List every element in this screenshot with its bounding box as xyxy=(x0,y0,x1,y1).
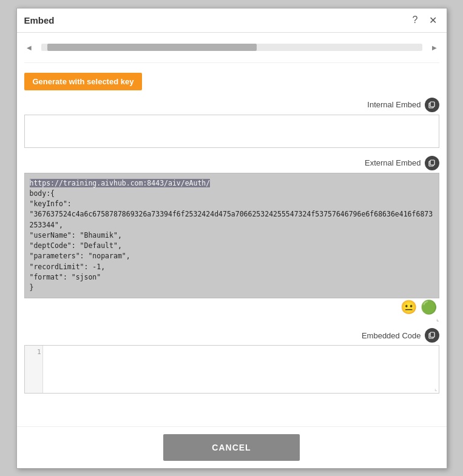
copy-icon-embedded xyxy=(428,332,436,339)
embedded-code-copy-button[interactable] xyxy=(425,328,439,343)
resize-handle[interactable]: ⌞ xyxy=(434,385,438,392)
top-scroll-area: ◀ ▶ xyxy=(24,33,439,63)
external-embed-code-block[interactable]: https://training.aivhub.com:8443/aiv/eAu… xyxy=(24,173,439,299)
external-embed-label: External Embed xyxy=(365,158,421,167)
external-embed-section: External Embed https://training.aivhub.c… xyxy=(24,156,439,323)
scroll-left-arrow[interactable]: ◀ xyxy=(27,44,32,51)
code-line-9: "format": "sjson" xyxy=(30,272,434,283)
embedded-code-label: Embedded Code xyxy=(362,331,421,340)
code-line-8: "recordLimit": -1, xyxy=(30,262,434,272)
green-circle-emoji[interactable]: 🟢 xyxy=(421,300,437,315)
external-embed-copy-button[interactable] xyxy=(425,156,439,170)
emoji-row: 😐 🟢 xyxy=(24,298,439,315)
code-line-5: "userName": "Bhaumik", xyxy=(30,230,434,241)
embed-dialog: Embed ? ✕ ◀ ▶ Generate with selected key… xyxy=(16,8,447,469)
embedded-code-header: Embedded Code xyxy=(24,328,439,343)
close-button[interactable]: ✕ xyxy=(427,13,439,27)
code-line-7: "parameters": "noparam", xyxy=(30,251,434,261)
code-line-10: } xyxy=(30,283,434,293)
code-line-6: "deptCode": "Default", xyxy=(30,241,434,251)
scroll-right-arrow[interactable]: ▶ xyxy=(432,44,437,51)
neutral-emoji[interactable]: 😐 xyxy=(400,300,417,315)
dialog-body: ◀ ▶ Generate with selected key Internal … xyxy=(17,33,447,426)
generate-with-selected-key-button[interactable]: Generate with selected key xyxy=(24,73,143,90)
internal-embed-label: Internal Embed xyxy=(367,100,421,109)
embedded-code-content xyxy=(43,346,439,393)
external-resize-handle: ⌞ xyxy=(24,315,439,322)
internal-embed-copy-button[interactable] xyxy=(425,98,439,112)
internal-embed-textarea[interactable] xyxy=(24,115,439,148)
line-numbers: 1 xyxy=(25,346,43,393)
internal-embed-section: Internal Embed xyxy=(24,98,439,150)
help-button[interactable]: ? xyxy=(410,13,421,27)
code-line-2: body:{ xyxy=(30,189,434,199)
code-line-4: "367637524c4a6c6758787869326a73394f6f253… xyxy=(30,209,434,230)
svg-rect-3 xyxy=(430,160,434,165)
internal-embed-header: Internal Embed xyxy=(24,98,439,112)
horizontal-scrollbar-thumb xyxy=(47,44,257,51)
code-line-1: https://training.aivhub.com:8443/aiv/eAu… xyxy=(30,178,434,189)
dialog-footer: CANCEL xyxy=(17,426,447,468)
svg-rect-1 xyxy=(430,102,434,107)
dialog-titlebar: Embed ? ✕ xyxy=(17,8,447,33)
scrollable-content: ◀ ▶ Generate with selected key Internal … xyxy=(17,33,447,407)
embedded-code-section: Embedded Code 1 ⌞ xyxy=(24,328,439,394)
dialog-title: Embed xyxy=(24,15,55,25)
copy-icon xyxy=(428,101,436,109)
copy-icon-external xyxy=(428,159,436,167)
horizontal-scrollbar-track[interactable] xyxy=(41,44,422,51)
code-line-3: "keyInfo": xyxy=(30,199,434,209)
svg-rect-5 xyxy=(430,332,434,337)
embedded-code-editor[interactable]: 1 ⌞ xyxy=(24,345,439,394)
external-embed-wrapper: https://training.aivhub.com:8443/aiv/eAu… xyxy=(24,173,439,323)
cancel-button[interactable]: CANCEL xyxy=(163,434,299,461)
titlebar-actions: ? ✕ xyxy=(410,13,439,27)
external-embed-header: External Embed xyxy=(24,156,439,170)
